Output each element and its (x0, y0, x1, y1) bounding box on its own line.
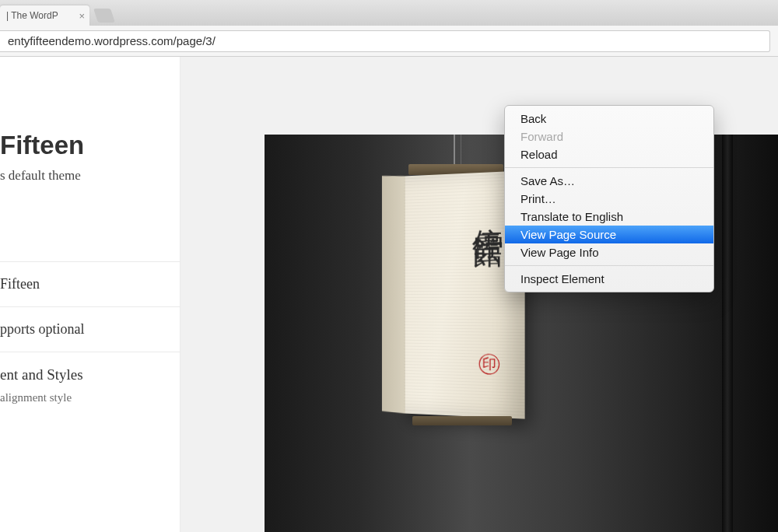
tab-title: | The WordP (6, 10, 58, 21)
lantern-text: 停雲館 (465, 203, 509, 219)
menu-item-inspect[interactable]: Inspect Element (505, 270, 713, 288)
browser-tab-strip: | The WordP × (0, 0, 778, 26)
site-description: s default theme (0, 168, 180, 215)
url-text: entyfifteendemo.wordpress.com/page/3/ (8, 34, 216, 47)
menu-item-forward: Forward (505, 128, 713, 145)
address-bar[interactable]: entyfifteendemo.wordpress.com/page/3/ (0, 30, 770, 52)
toolbar: entyfifteendemo.wordpress.com/page/3/ (0, 26, 778, 57)
pole (722, 135, 733, 532)
menu-item-save-as[interactable]: Save As… (505, 172, 713, 190)
context-menu: Back Forward Reload Save As… Print… Tran… (504, 105, 714, 292)
lantern-base (412, 416, 512, 425)
sidebar-nav-item[interactable]: pports optional (0, 306, 180, 352)
lantern-cord (461, 135, 461, 167)
menu-item-page-info[interactable]: View Page Info (505, 243, 713, 261)
close-icon[interactable]: × (79, 10, 85, 22)
new-tab-button[interactable] (93, 9, 115, 23)
site-title: Fifteen (0, 131, 180, 168)
sidebar-nav-item[interactable]: Fifteen (0, 261, 180, 306)
menu-item-reload[interactable]: Reload (505, 145, 713, 163)
sidebar-nav-sub: alignment style (0, 387, 180, 418)
menu-item-back[interactable]: Back (505, 110, 713, 128)
lantern-cord (454, 135, 455, 167)
menu-item-translate[interactable]: Translate to English (505, 208, 713, 226)
site-sidebar: Fifteen s default theme Fifteen pports o… (0, 57, 180, 532)
menu-separator (505, 167, 713, 168)
menu-item-view-source[interactable]: View Page Source (505, 226, 713, 243)
sidebar-nav-heading[interactable]: ent and Styles (0, 352, 180, 387)
browser-tab[interactable]: | The WordP × (0, 5, 89, 26)
lantern-seal: ㊞ (476, 349, 503, 376)
menu-item-print[interactable]: Print… (505, 190, 713, 208)
menu-separator (505, 265, 713, 266)
